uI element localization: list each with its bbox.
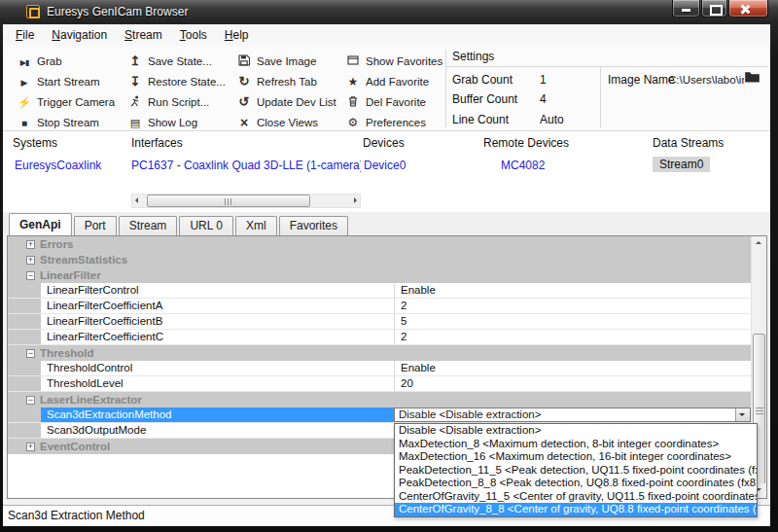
tab-genapi[interactable]: GenApi [9, 213, 72, 235]
expand-icon[interactable] [26, 256, 35, 265]
chevron-down-icon [739, 413, 745, 416]
start-stream-button[interactable]: Start Stream [17, 71, 125, 91]
save-state-icon [127, 54, 143, 67]
buffer-count-value[interactable]: 4 [540, 92, 547, 106]
scrollbar-grip [225, 198, 233, 205]
grid-row-linearfiltercontrol[interactable]: LinearFilterControl Enable [8, 283, 751, 299]
dropdown-item-maxdetection8[interactable]: MaxDetection_8 <Maximum detection, 8-bit… [395, 438, 757, 451]
grab-button[interactable]: Grab [17, 51, 125, 71]
line-count-label: Line Count [452, 113, 509, 126]
maximize-button[interactable] [701, 0, 727, 18]
del-favorite-button[interactable]: Del Favorite [345, 91, 454, 112]
dropdown-item-centerofgravity88[interactable]: CenterOfGravity_8_8 <Center of gravity, … [395, 503, 757, 516]
title-bar[interactable]: Euresys GenICam Browser [0, 0, 778, 24]
tab-port[interactable]: Port [74, 216, 117, 235]
settings-title: Settings [452, 50, 494, 63]
stop-icon [17, 117, 32, 128]
restore-state-button[interactable]: Restore State... [127, 71, 236, 91]
tab-xml[interactable]: Xml [235, 216, 277, 235]
toolbar: Grab Start Stream Trigger Camera Stop St… [3, 46, 770, 131]
data-streams-item-selected[interactable]: Stream0 [653, 157, 710, 172]
window-frame: Euresys GenICam Browser File Navigation … [0, 0, 778, 532]
stop-stream-button[interactable]: Stop Stream [17, 112, 125, 132]
menu-item-stream[interactable]: Stream [116, 25, 171, 45]
minimize-button[interactable] [672, 0, 700, 18]
grid-category-errors[interactable]: Errors [8, 236, 751, 252]
dropdown-item-peakdetection115[interactable]: PeakDetection_11_5 <Peak detection, UQ11… [395, 464, 757, 478]
row-gutter [8, 423, 41, 438]
grid-row-linearfiltercoefficientb[interactable]: LinearFilterCoefficientB 5 [8, 314, 751, 330]
menu-item-tools[interactable]: Tools [171, 25, 216, 45]
menu-item-file[interactable]: File [7, 25, 43, 45]
preferences-button[interactable]: Preferences [345, 112, 454, 132]
dropdown-item-centerofgravity115[interactable]: CenterOfGravity_11_5 <Center of gravity,… [395, 490, 757, 504]
collapse-icon[interactable] [26, 271, 35, 280]
property-grid-rows: Errors StreamStatistics LinearFilter Lin… [8, 236, 751, 454]
tab-bar: GenApi Port Stream URL 0 Xml Favorites [3, 212, 770, 235]
row-gutter [8, 408, 41, 422]
scroll-left-button[interactable] [132, 195, 146, 207]
save-image-button[interactable]: Save Image [236, 51, 345, 71]
grid-row-scan3dextractionmethod[interactable]: Scan3dExtractionMethod Disable <Disable … [8, 408, 751, 423]
grid-category-streamstatistics[interactable]: StreamStatistics [8, 252, 751, 267]
collapse-icon[interactable] [26, 396, 35, 405]
grid-row-linearfiltercoefficientc[interactable]: LinearFilterCoefficientC 2 [8, 330, 751, 345]
show-favorites-button[interactable]: Show Favorites [345, 51, 454, 71]
close-button[interactable] [728, 0, 768, 18]
grid-row-linearfiltercoefficienta[interactable]: LinearFilterCoefficientA 2 [8, 299, 751, 314]
horizontal-scrollbar-thumb[interactable] [147, 195, 310, 207]
grid-category-laserlineextractor[interactable]: LaserLineExtractor [8, 392, 751, 408]
menu-item-help[interactable]: Help [216, 25, 258, 45]
toolbar-group-acquisition: Grab Start Stream Trigger Camera Stop St… [17, 51, 125, 132]
tab-stream[interactable]: Stream [119, 216, 178, 235]
interfaces-horizontal-scrollbar[interactable] [131, 194, 361, 208]
image-name-label: Image Name [608, 73, 675, 87]
line-count-value[interactable]: Auto [540, 113, 564, 126]
scroll-right-button[interactable] [346, 195, 360, 207]
collapse-icon[interactable] [26, 349, 35, 358]
star-icon [345, 76, 361, 88]
extraction-method-dropdown-list: Disable <Disable extraction> MaxDetectio… [394, 423, 758, 517]
expand-icon[interactable] [26, 240, 35, 249]
scan3d-extraction-method-combobox[interactable]: Disable <Disable extraction> [394, 408, 751, 422]
browse-folder-button[interactable] [744, 70, 760, 84]
separator [445, 66, 768, 67]
interfaces-item[interactable]: PC1637 - Coaxlink Quad 3D-LLE (1-camera)… [131, 159, 361, 172]
add-favorite-button[interactable]: Add Favorite [345, 71, 454, 91]
expand-icon[interactable] [26, 443, 35, 451]
devices-item[interactable]: Device0 [364, 159, 406, 172]
trigger-camera-button[interactable]: Trigger Camera [17, 91, 125, 112]
menu-bar: File Navigation Stream Tools Help [3, 24, 770, 46]
close-views-button[interactable]: Close Views [236, 112, 345, 132]
dropdown-item-disable[interactable]: Disable <Disable extraction> [395, 424, 757, 438]
grid-category-threshold[interactable]: Threshold [8, 345, 751, 361]
dropdown-item-maxdetection16[interactable]: MaxDetection_16 <Maximum detection, 16-b… [395, 450, 757, 464]
save-state-button[interactable]: Save State... [127, 51, 236, 71]
dropdown-item-peakdetection88[interactable]: PeakDetection_8_8 <Peak detection, UQ8.8… [395, 477, 757, 490]
systems-item[interactable]: EuresysCoaxlink [15, 159, 101, 172]
tab-favorites[interactable]: Favorites [279, 216, 348, 235]
row-gutter [8, 283, 41, 298]
menu-item-navigation[interactable]: Navigation [43, 25, 116, 45]
toolbar-group-favorites: Show Favorites Add Favorite Del Favorite… [345, 51, 454, 132]
run-script-icon [127, 95, 143, 109]
buffer-count-label: Buffer Count [452, 92, 517, 106]
separator [600, 66, 601, 127]
scrollbar-grip [756, 408, 763, 415]
update-dev-list-button[interactable]: Update Dev List [236, 91, 345, 112]
remote-devices-item[interactable]: MC4082 [501, 159, 545, 172]
run-script-button[interactable]: Run Script... [127, 91, 236, 112]
refresh-tab-button[interactable]: Refresh Tab [236, 71, 345, 91]
grid-row-thresholdlevel[interactable]: ThresholdLevel 20 [8, 376, 751, 392]
grab-count-value[interactable]: 1 [540, 73, 547, 87]
scroll-up-button[interactable] [753, 237, 766, 251]
tab-url0[interactable]: URL 0 [179, 216, 233, 235]
grid-category-linearfilter[interactable]: LinearFilter [8, 267, 751, 283]
device-browser: Systems Interfaces Devices Remote Device… [3, 131, 770, 212]
image-name-value[interactable]: C:\Users\labo\ima [668, 74, 744, 86]
combobox-dropdown-button[interactable] [735, 408, 750, 421]
systems-header: Systems [13, 136, 57, 150]
row-gutter [8, 330, 41, 344]
show-log-button[interactable]: Show Log [127, 112, 236, 132]
grid-row-thresholdcontrol[interactable]: ThresholdControl Enable [8, 361, 751, 376]
